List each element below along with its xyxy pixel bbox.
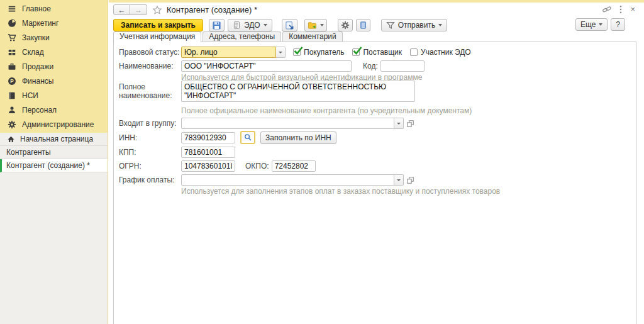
sidebar-menu: Главное Маркетинг Закупки Склад Продажи … (0, 0, 108, 133)
report-list-icon (359, 21, 367, 30)
edo-document-icon (233, 21, 241, 30)
fill-by-inn-button[interactable]: Заполнить по ИНН (260, 131, 336, 144)
sidebar-tab-label: Контрагент (создание) * (6, 161, 90, 170)
code-label: Код: (363, 62, 378, 70)
person-icon (7, 105, 16, 115)
ogrn-input[interactable] (181, 160, 235, 172)
payment-schedule-row: График оплаты: (119, 174, 414, 186)
group-open-icon[interactable] (406, 120, 414, 128)
sidebar-item-label: Закупки (22, 33, 50, 42)
close-icon[interactable]: × (630, 6, 635, 13)
sidebar-item-label: НСИ (22, 91, 38, 100)
buyer-checkbox-label: Покупатель (304, 48, 344, 57)
sidebar-item-administration[interactable]: Администрирование (0, 117, 108, 131)
sidebar-item-personnel[interactable]: Персонал (0, 103, 108, 117)
payment-schedule-open-icon[interactable] (406, 176, 414, 184)
reports-button[interactable] (356, 19, 370, 31)
ogrn-row: ОГРН: ОКПО: (119, 160, 316, 172)
sidebar-item-label: Администрирование (22, 120, 94, 129)
full-name-row: Полное наименование: ОБЩЕСТВО С ОГРАНИЧЕ… (119, 81, 415, 102)
legal-status-select[interactable]: Юр. лицо (181, 47, 276, 58)
sidebar-item-purchases[interactable]: Закупки (0, 30, 108, 45)
sidebar-tab-kontragenty[interactable]: Контрагенты (0, 146, 108, 159)
funnel-icon (386, 21, 395, 30)
help-button[interactable]: ? (611, 18, 625, 31)
hamburger-menu-icon (7, 4, 16, 13)
sidebar-item-finance[interactable]: P Финансы (0, 74, 108, 88)
checkbox-box (410, 48, 418, 56)
sidebar-tab-label: Контрагенты (6, 148, 51, 157)
chevron-down-icon (397, 179, 401, 181)
name-label: Наименование: (119, 62, 181, 70)
sidebar-item-marketing[interactable]: Маркетинг (0, 16, 108, 30)
favorite-star-icon[interactable] (152, 5, 162, 15)
inn-input[interactable] (181, 132, 235, 143)
tab-comment[interactable]: Комментарий (282, 31, 343, 42)
supplier-checkbox[interactable]: Поставщик (352, 48, 402, 57)
corner-buttons: Еще ? (575, 18, 625, 31)
link-icon[interactable] (602, 6, 611, 13)
sidebar-item-nsi[interactable]: НСИ (0, 88, 108, 103)
check-icon (353, 47, 362, 55)
sidebar-item-warehouse[interactable]: Склад (0, 45, 108, 59)
edo-button[interactable]: ЭДО (228, 19, 272, 31)
inn-row: ИНН: Заполнить по ИНН (119, 131, 336, 144)
sidebar-item-label: Главное (22, 4, 51, 13)
sidebar-item-sales[interactable]: Продажи (0, 59, 108, 74)
save-button[interactable] (209, 19, 225, 31)
chevron-down-icon (264, 24, 267, 26)
forward-button[interactable]: → (130, 4, 147, 15)
warehouse-grid-icon (7, 47, 16, 57)
full-name-textarea[interactable]: ОБЩЕСТВО С ОГРАНИЧЕННОЙ ОТВЕТСТВЕННОСТЬЮ… (181, 81, 415, 102)
okpo-input[interactable] (272, 160, 316, 172)
legal-status-label: Правовой статус: (119, 48, 181, 57)
buyer-checkbox[interactable]: Покупатель (293, 48, 344, 57)
save-and-close-button[interactable]: Записать и закрыть (113, 19, 203, 31)
legal-status-dropdown-button[interactable] (276, 47, 286, 58)
inn-search-button[interactable] (240, 131, 255, 144)
form-tabs: Учетная информация Адреса, телефоны Комм… (113, 31, 344, 42)
supplier-checkbox-label: Поставщик (363, 48, 402, 57)
more-button[interactable]: Еще (575, 18, 608, 31)
role-checkboxes: Покупатель Поставщик Участник ЭДО (293, 48, 471, 57)
home-icon (6, 135, 16, 144)
payment-schedule-select[interactable] (181, 174, 394, 186)
shopping-cart-icon (7, 33, 16, 42)
edo-member-checkbox[interactable]: Участник ЭДО (410, 48, 471, 57)
sidebar-item-main[interactable]: Главное (0, 1, 108, 16)
svg-text:P: P (10, 77, 14, 84)
back-button[interactable]: ← (113, 4, 130, 15)
floppy-disk-icon (212, 21, 221, 30)
group-label: Входит в группу: (119, 119, 181, 128)
group-row: Входит в группу: (119, 118, 414, 129)
sidebar-tab-kontragent-active[interactable]: Контрагент (создание) * (0, 159, 108, 172)
sidebar-tab-home[interactable]: Начальная страница (0, 133, 108, 146)
full-name-hint: Полное официальное наименование контраге… (181, 106, 472, 115)
chevron-down-icon (599, 23, 602, 26)
briefcase-icon (7, 62, 16, 71)
attached-files-button[interactable] (282, 19, 297, 31)
tab-account-info[interactable]: Учетная информация (113, 31, 201, 42)
payment-schedule-hint: Используется для заполнения этапов оплат… (181, 187, 500, 196)
chevron-down-icon (279, 52, 282, 53)
form-panel: Правовой статус: Юр. лицо Покупатель Пос… (113, 42, 636, 324)
name-input[interactable] (181, 60, 352, 72)
sidebar-item-label: Маркетинг (22, 19, 58, 28)
settings-button[interactable] (338, 19, 353, 31)
check-icon (294, 47, 303, 55)
send-label: Отправить (398, 21, 436, 30)
sidebar-item-label: Склад (22, 48, 44, 57)
inn-label: ИНН: (119, 133, 181, 142)
send-button[interactable]: Отправить (381, 19, 448, 31)
tab-addresses-phones[interactable]: Адреса, телефоны (203, 31, 281, 42)
group-select[interactable] (181, 118, 394, 129)
menu-dots-icon[interactable] (619, 5, 622, 14)
payment-schedule-dropdown-button[interactable] (394, 174, 404, 186)
folder-icon (308, 21, 317, 30)
group-dropdown-button[interactable] (394, 118, 404, 129)
kpp-input[interactable] (181, 147, 235, 158)
window-header: ← → Контрагент (создание) * × (109, 3, 644, 17)
load-from-file-button[interactable] (304, 19, 327, 31)
kpp-row: КПП: (119, 147, 235, 158)
code-input[interactable] (380, 60, 425, 72)
